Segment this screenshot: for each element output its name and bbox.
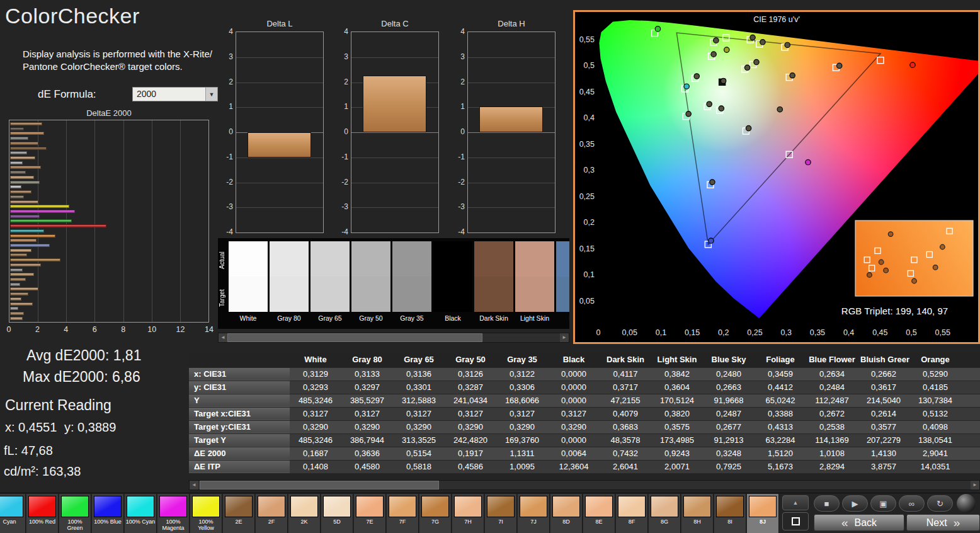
patch-button-2e[interactable]: 2E xyxy=(223,494,255,533)
y-tick-label: 4 xyxy=(460,27,465,36)
gridline xyxy=(236,158,323,158)
table-scrollbar-track[interactable] xyxy=(198,481,971,490)
delta-h-y-axis: 43210-1-2-3-4 xyxy=(456,32,465,233)
patch-button-8e[interactable]: 8E xyxy=(583,494,615,533)
table-cell: 0,4098 xyxy=(909,420,961,433)
y-tick-label: -4 xyxy=(458,227,465,236)
back-button[interactable]: « Back xyxy=(814,514,904,531)
chevron-down-icon[interactable]: ▼ xyxy=(205,88,217,101)
patch-button-8f[interactable]: 8F xyxy=(616,494,648,533)
transport-controls: ▲ « Back Next » ■▶▣∞↻ xyxy=(780,493,980,533)
swatch-scrollbar-track[interactable] xyxy=(227,333,560,342)
row-label: x: CIE31 xyxy=(189,367,290,381)
row-label: Target Y xyxy=(189,433,290,447)
deltae-bar xyxy=(10,166,41,169)
deltae2000-plot xyxy=(9,120,209,323)
table-cell: 0,3683 xyxy=(600,420,651,433)
x-tick-label: 4 xyxy=(64,325,68,334)
table-cell: 65,0242 xyxy=(755,394,806,407)
scroll-left-icon[interactable]: ◄ xyxy=(190,481,198,490)
table-cell: 48,3578 xyxy=(600,433,651,447)
deltae-bar xyxy=(10,258,60,261)
patch-button-7h[interactable]: 7H xyxy=(452,494,484,533)
next-button-label: Next xyxy=(926,517,947,529)
patch-button-8h[interactable]: 8H xyxy=(681,494,714,533)
patch-button-7e[interactable]: 7E xyxy=(354,494,386,533)
patch-label: 2F xyxy=(256,517,287,525)
patch-button-7g[interactable]: 7G xyxy=(419,494,452,533)
patch-button-8i[interactable]: 8I xyxy=(714,494,746,533)
gridline xyxy=(351,158,438,158)
table-cell: 0,2 xyxy=(961,407,980,420)
y-tick-label: 0,1 xyxy=(584,270,595,279)
scroll-right-icon[interactable]: ► xyxy=(971,481,979,490)
pattern-window-button[interactable] xyxy=(782,512,809,530)
patch-button-cyan[interactable]: Cyan xyxy=(0,494,26,533)
patch-color-swatch xyxy=(421,496,449,517)
deltae-bar xyxy=(10,132,44,135)
table-cell: 91,2913 xyxy=(703,433,755,447)
table-cell: 114,1369 xyxy=(806,433,858,447)
table-cell: 386,7944 xyxy=(341,433,393,447)
patch-label: 8E xyxy=(583,517,615,525)
table-cell: 0,2538 xyxy=(806,420,858,433)
loop-button[interactable]: ↻ xyxy=(927,495,953,512)
patch-color-swatch xyxy=(716,496,744,517)
swatch-black: Black xyxy=(433,241,472,327)
table-cell: 0,3127 xyxy=(393,407,445,420)
swatch-row: WhiteGray 80Gray 65Gray 50Gray 35BlackDa… xyxy=(229,241,569,327)
delta-h-chart-title: Delta H xyxy=(467,19,556,28)
patch-button-100-red[interactable]: 100% Red xyxy=(26,494,59,533)
patch-color-swatch xyxy=(552,496,580,517)
patch-button-100-magenta[interactable]: 100% Magenta xyxy=(157,494,190,533)
patch-button-2k[interactable]: 2K xyxy=(288,494,321,533)
y-tick-label: 2 xyxy=(229,77,233,86)
swatch-target xyxy=(515,277,554,312)
gridline xyxy=(468,207,555,208)
table-scrollbar[interactable]: ◄ ► xyxy=(189,480,980,490)
table-cell: 0,9243 xyxy=(651,447,703,460)
table-cell: 0,3575 xyxy=(651,420,703,433)
patch-button-5d[interactable]: 5D xyxy=(321,494,353,533)
patch-button-100-yellow[interactable]: 100% Yellow xyxy=(190,494,222,533)
play-button[interactable]: ▶ xyxy=(842,495,868,512)
next-button[interactable]: Next » xyxy=(906,514,980,531)
patch-button-7f[interactable]: 7F xyxy=(387,494,419,533)
measured-point xyxy=(719,106,724,111)
deltae-bar xyxy=(10,307,18,310)
stop-button[interactable]: ■ xyxy=(814,495,840,512)
de-formula-dropdown[interactable]: 2000 ▼ xyxy=(132,87,218,101)
swatch-scrollbar[interactable]: ◄ ► xyxy=(218,333,569,343)
patch-button-8j[interactable]: 8J xyxy=(747,494,779,533)
delta-l-plot xyxy=(236,32,324,233)
scroll-left-icon[interactable]: ◄ xyxy=(219,333,227,342)
table-scrollbar-thumb[interactable] xyxy=(200,481,439,490)
current-fl-readout: fL: 47,68 xyxy=(4,444,53,458)
patch-button-8g[interactable]: 8G xyxy=(649,494,681,533)
patch-button-7i[interactable]: 7I xyxy=(485,494,517,533)
patch-button-2f[interactable]: 2F xyxy=(256,494,288,533)
table-cell: 0,4586 xyxy=(445,460,496,473)
deltae-bar xyxy=(10,244,50,247)
swatch-scrollbar-thumb[interactable] xyxy=(227,333,482,342)
delta-bar xyxy=(479,106,543,132)
pattern-frame-button[interactable]: ▣ xyxy=(870,495,896,512)
scroll-right-icon[interactable]: ► xyxy=(560,333,569,342)
spinner-up-button[interactable]: ▲ xyxy=(782,495,809,510)
table-cell: 0,4079 xyxy=(600,407,651,420)
patch-button-7j[interactable]: 7J xyxy=(518,494,550,533)
patch-button-100-green[interactable]: 100% Green xyxy=(59,494,91,533)
swatch-light-skin: Light Skin xyxy=(515,241,554,327)
patch-button-100-cyan[interactable]: 100% Cyan xyxy=(125,494,157,533)
y-tick-label: -1 xyxy=(458,152,465,161)
continuous-button[interactable]: ∞ xyxy=(899,495,925,512)
gridline xyxy=(351,57,438,58)
table-cell: 0,3293 xyxy=(290,381,341,394)
column-header: Dark Skin xyxy=(600,352,651,367)
x-tick-label: 0,4 xyxy=(843,328,854,337)
patch-button-8d[interactable]: 8D xyxy=(550,494,583,533)
y-tick-label: 0,3 xyxy=(584,166,595,175)
deltae-bar xyxy=(10,253,27,256)
current-x-readout: x: 0,4551 xyxy=(5,420,57,435)
patch-button-100-blue[interactable]: 100% Blue xyxy=(92,494,124,533)
